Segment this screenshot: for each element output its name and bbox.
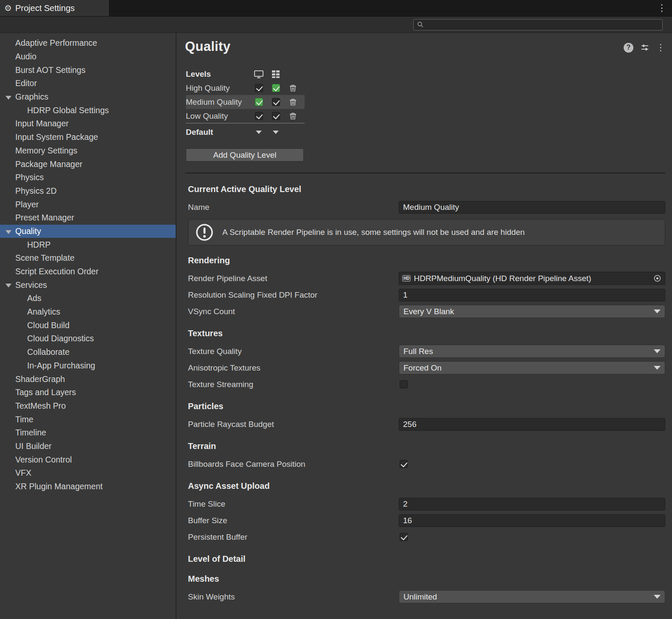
sidebar-item-collaborate[interactable]: Collaborate	[0, 346, 176, 359]
sidebar: Adaptive PerformanceAudioBurst AOT Setti…	[0, 33, 176, 619]
object-picker-icon	[653, 274, 661, 282]
sidebar-item-label: Editor	[15, 78, 37, 88]
default-platform-2-dropdown-icon[interactable]	[273, 131, 279, 134]
help-icon[interactable]: ?	[624, 43, 633, 53]
object-picker-button[interactable]	[652, 274, 663, 282]
quality-levels-rows: High QualityMedium QualityLow Quality	[186, 81, 305, 123]
sidebar-item-services[interactable]: Services	[0, 278, 176, 292]
platform-checkbox[interactable]	[272, 112, 280, 120]
chevron-down-icon	[654, 366, 661, 370]
sidebar-item-timeline[interactable]: Timeline	[0, 426, 176, 440]
foldout-icon[interactable]	[6, 96, 11, 100]
sidebar-item-cloud-diagnostics[interactable]: Cloud Diagnostics	[0, 332, 176, 346]
sidebar-item-audio[interactable]: Audio	[0, 50, 176, 64]
quality-level-row-medium-quality[interactable]: Medium Quality	[186, 95, 305, 109]
sidebar-item-ui-builder[interactable]: UI Builder	[0, 440, 176, 453]
panel-menu-kebab-icon[interactable]: ⋮	[656, 42, 665, 53]
checkbox-persistent-buffer[interactable]	[400, 533, 408, 541]
sidebar-item-label: Quality	[15, 226, 41, 236]
sidebar-item-label: Audio	[15, 52, 36, 61]
search-input[interactable]	[426, 21, 659, 28]
delete-level-button[interactable]	[284, 112, 301, 120]
sidebar-item-physics[interactable]: Physics	[0, 171, 176, 184]
default-platform-checkbox[interactable]	[255, 98, 263, 106]
toolbar	[0, 16, 672, 33]
checkbox-texture-streaming[interactable]	[400, 380, 408, 388]
sidebar-item-analytics[interactable]: Analytics	[0, 305, 176, 319]
sidebar-item-tags-and-layers[interactable]: Tags and Layers	[0, 386, 176, 399]
text-field-buffer-size[interactable]: 16	[399, 514, 665, 527]
sidebar-item-memory-settings[interactable]: Memory Settings	[0, 144, 176, 158]
delete-level-button[interactable]	[284, 98, 301, 106]
dropdown-anisotropic-textures[interactable]: Forced On	[399, 361, 665, 374]
object-field-value: HDRPMediumQuality (HD Render Pipeline As…	[414, 274, 649, 283]
sidebar-item-player[interactable]: Player	[0, 198, 176, 211]
text-field-particle-raycast-budget[interactable]: 256	[399, 418, 665, 431]
sidebar-item-shadergraph[interactable]: ShaderGraph	[0, 372, 176, 386]
default-platform-checkbox[interactable]	[272, 84, 280, 92]
section-particles: ParticlesParticle Raycast Budget256	[188, 402, 665, 431]
add-quality-level-button[interactable]: Add Quality Level	[186, 148, 304, 162]
sidebar-item-quality[interactable]: Quality	[0, 225, 176, 238]
sidebar-item-editor[interactable]: Editor	[0, 77, 176, 90]
sidebar-item-ads[interactable]: Ads	[0, 292, 176, 305]
platform-col-1	[250, 70, 267, 79]
section-heading: Async Asset Upload	[188, 481, 665, 491]
hdrp-asset-icon: HD	[402, 275, 411, 282]
foldout-icon[interactable]	[6, 230, 11, 234]
sidebar-item-script-execution-order[interactable]: Script Execution Order	[0, 265, 176, 279]
sidebar-item-graphics[interactable]: Graphics	[0, 90, 176, 104]
sidebar-item-cloud-build[interactable]: Cloud Build	[0, 318, 176, 332]
dropdown-skin-weights[interactable]: Unlimited	[399, 590, 665, 603]
sidebar-item-hdrp[interactable]: HDRP	[0, 238, 176, 251]
object-field-render-pipeline-asset[interactable]: HDHDRPMediumQuality (HD Render Pipeline …	[399, 272, 665, 285]
quality-level-row-high-quality[interactable]: High Quality	[186, 81, 305, 95]
checkbox-billboards-face-camera-position[interactable]	[400, 460, 408, 468]
sidebar-item-textmesh-pro[interactable]: TextMesh Pro	[0, 399, 176, 413]
text-field-time-slice[interactable]: 2	[399, 498, 665, 510]
sidebar-item-input-system-package[interactable]: Input System Package	[0, 131, 176, 144]
setting-label: Persistent Buffer	[188, 533, 399, 542]
chevron-down-icon	[654, 349, 661, 353]
active-quality-heading: Current Active Quality Level	[188, 184, 665, 194]
sidebar-item-package-manager[interactable]: Package Manager	[0, 157, 176, 171]
sidebar-item-time[interactable]: Time	[0, 413, 176, 426]
default-platform-1-dropdown-icon[interactable]	[256, 131, 262, 134]
setting-row-texture-quality: Texture QualityFull Res	[188, 344, 665, 358]
sidebar-item-label: TextMesh Pro	[15, 401, 66, 411]
platform-cell-1	[250, 84, 267, 92]
sidebar-item-burst-aot-settings[interactable]: Burst AOT Settings	[0, 63, 176, 77]
setting-row-persistent-buffer: Persistent Buffer	[188, 530, 665, 544]
sidebar-item-label: Input Manager	[15, 119, 69, 128]
sidebar-item-input-manager[interactable]: Input Manager	[0, 117, 176, 131]
sidebar-item-version-control[interactable]: Version Control	[0, 453, 176, 466]
presets-icon[interactable]	[640, 43, 650, 52]
active-quality-name-field[interactable]: Medium Quality	[399, 201, 665, 214]
sidebar-item-vfx[interactable]: VFX	[0, 466, 176, 480]
sidebar-item-physics-2d[interactable]: Physics 2D	[0, 184, 176, 198]
dropdown-vsync-count[interactable]: Every V Blank	[399, 305, 665, 318]
setting-label: Time Slice	[188, 499, 399, 509]
platform-checkbox[interactable]	[255, 84, 263, 92]
window-menu-kebab-icon[interactable]: ⋮	[656, 2, 668, 14]
sidebar-item-label: Script Execution Order	[15, 267, 98, 276]
platform-checkbox[interactable]	[272, 98, 280, 106]
setting-label: Name	[188, 203, 399, 212]
platform-checkbox[interactable]	[255, 112, 263, 120]
sidebar-item-hdrp-global-settings[interactable]: HDRP Global Settings	[0, 103, 176, 117]
dropdown-texture-quality[interactable]: Full Res	[399, 345, 665, 358]
sidebar-item-adaptive-performance[interactable]: Adaptive Performance	[0, 36, 176, 50]
sidebar-item-preset-manager[interactable]: Preset Manager	[0, 211, 176, 225]
sidebar-item-in-app-purchasing[interactable]: In-App Purchasing	[0, 359, 176, 373]
tab-project-settings[interactable]: ⚙ Project Settings	[0, 0, 109, 16]
search-box[interactable]	[413, 19, 663, 31]
sidebar-item-scene-template[interactable]: Scene Template	[0, 251, 176, 265]
setting-label: Buffer Size	[188, 516, 399, 525]
quality-level-row-low-quality[interactable]: Low Quality	[186, 109, 305, 123]
delete-level-button[interactable]	[284, 84, 301, 92]
sidebar-item-xr-plugin-management[interactable]: XR Plugin Management	[0, 480, 176, 494]
sidebar-item-label: In-App Purchasing	[27, 361, 95, 371]
foldout-icon[interactable]	[6, 284, 11, 287]
text-field-resolution-scaling-fixed-dpi-factor[interactable]: 1	[399, 289, 665, 301]
setting-row-skin-weights: Skin WeightsUnlimited	[188, 590, 665, 604]
